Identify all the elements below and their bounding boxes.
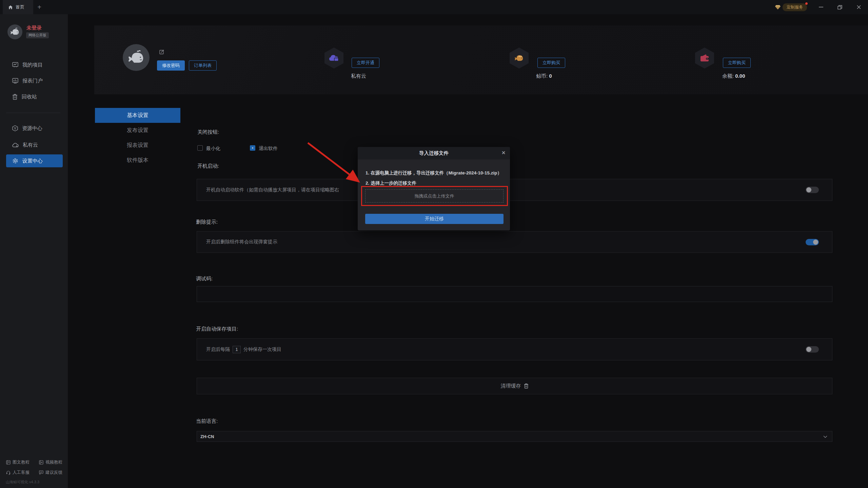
sidebar-item-private-cloud[interactable]: 私有云 bbox=[6, 138, 63, 151]
sidebar-divider bbox=[6, 113, 60, 113]
startup-row: 开机自动启动软件（如需自动播放大屏项目，请在项目缩略图右 bbox=[197, 179, 832, 201]
buy-coin-button[interactable]: 立即购买 bbox=[537, 58, 565, 68]
tab-software-version[interactable]: 软件版本 bbox=[95, 153, 180, 168]
custom-service-badge[interactable]: 定制服务 bbox=[783, 3, 807, 11]
autosave-prefix: 开启后每隔 bbox=[206, 346, 230, 353]
app-window: 首页 + 定制服务 未登录 网络公开版 我的项目 bbox=[0, 0, 868, 488]
footer-link-video[interactable]: 视频教程 bbox=[39, 459, 62, 465]
edit-profile-button[interactable] bbox=[159, 49, 164, 54]
language-select[interactable]: ZH-CN bbox=[197, 431, 832, 442]
dialog-close-button[interactable]: ✕ bbox=[501, 150, 506, 155]
autosave-toggle[interactable] bbox=[806, 346, 819, 353]
toggle-knob bbox=[813, 240, 818, 245]
footer-link-tutorial[interactable]: 图文教程 bbox=[6, 459, 29, 465]
cloud-lock-icon bbox=[329, 54, 339, 62]
tab-basic-settings[interactable]: 基本设置 bbox=[95, 108, 180, 123]
autosave-row: 开启后每隔 分钟保存一次项目 bbox=[197, 338, 832, 360]
footer-link-label: 图文教程 bbox=[13, 459, 29, 465]
sidebar-item-report-portal[interactable]: 报表门户 bbox=[6, 74, 63, 87]
autosave-label: 开启自动保存项目: bbox=[196, 326, 238, 332]
exit-software-checkbox[interactable] bbox=[250, 145, 255, 151]
recycle-bin-icon bbox=[12, 94, 18, 100]
autosave-suffix: 分钟保存一次项目 bbox=[243, 346, 281, 353]
whale-coin-title: 鲸币: 0 bbox=[536, 73, 552, 79]
footer-link-label: 视频教程 bbox=[45, 459, 62, 465]
titlebar: 首页 + 定制服务 bbox=[0, 0, 868, 14]
annotation-highlight-rect bbox=[361, 186, 508, 206]
migration-step2: 2. 选择上一步的迁移文件 bbox=[366, 180, 416, 186]
app-version: 山海鲸可视化 v4.3.3 bbox=[6, 480, 39, 485]
private-cloud-hex-icon bbox=[324, 48, 343, 69]
annotation-arrow bbox=[303, 138, 366, 188]
footer-link-feedback[interactable]: 建议反馈 bbox=[39, 470, 62, 475]
whale-icon bbox=[127, 50, 145, 65]
sidebar-item-resource-center[interactable]: 资源中心 bbox=[6, 122, 63, 135]
buy-balance-button[interactable]: 立即购买 bbox=[723, 58, 751, 68]
startup-toggle[interactable] bbox=[806, 187, 819, 193]
whale-icon bbox=[10, 27, 20, 36]
close-button[interactable] bbox=[854, 0, 864, 14]
video-tutorial-icon bbox=[39, 460, 43, 465]
gem-icon bbox=[775, 5, 781, 10]
toggle-knob bbox=[806, 347, 811, 352]
dialog-title: 导入迁移文件 bbox=[419, 150, 449, 156]
activate-now-button[interactable]: 立即开通 bbox=[352, 58, 379, 68]
language-value: ZH-CN bbox=[200, 434, 214, 439]
tab-home[interactable]: 首页 bbox=[3, 0, 33, 14]
private-cloud-title: 私有云 bbox=[351, 73, 366, 79]
minimize-button[interactable] bbox=[816, 0, 826, 14]
start-migration-button[interactable]: 开始迁移 bbox=[365, 214, 504, 224]
footer-link-label: 建议反馈 bbox=[45, 470, 62, 475]
toggle-knob bbox=[806, 187, 811, 192]
custom-service-label: 定制服务 bbox=[787, 5, 803, 10]
autosave-interval-input[interactable] bbox=[233, 346, 241, 353]
new-tab-button[interactable]: + bbox=[34, 0, 45, 14]
debug-code-label: 调试码: bbox=[196, 276, 213, 282]
minimize-option-label: 最小化 bbox=[206, 146, 220, 152]
sidebar-item-label: 回收站 bbox=[22, 94, 37, 100]
migration-step1: 1. 在源电脑上进行迁移，导出迁移文件（Migrate-2024-10-15.z… bbox=[366, 170, 502, 176]
tab-publish-settings[interactable]: 发布设置 bbox=[95, 123, 180, 138]
sidebar-item-my-projects[interactable]: 我的项目 bbox=[6, 58, 63, 71]
change-password-button[interactable]: 修改密码 bbox=[157, 60, 185, 71]
home-icon bbox=[8, 5, 13, 10]
account-banner: 修改密码 订单列表 私有云 立即开通 鲸币: 0 立即购买 余额: 0.00 立… bbox=[94, 25, 868, 94]
projects-icon bbox=[12, 62, 18, 68]
maximize-button[interactable] bbox=[835, 0, 845, 14]
balance-hex-icon bbox=[695, 48, 714, 69]
edit-icon bbox=[159, 49, 164, 54]
close-icon bbox=[857, 5, 861, 9]
whale-coin-hex-icon bbox=[510, 48, 529, 69]
resource-center-icon bbox=[12, 125, 18, 131]
startup-desc: 开机自动启动软件（如需自动播放大屏项目，请在项目缩略图右 bbox=[197, 187, 339, 193]
sidebar-item-recycle-bin[interactable]: 回收站 bbox=[6, 90, 63, 103]
maximize-icon bbox=[837, 5, 842, 10]
sidebar-item-label: 资源中心 bbox=[22, 125, 42, 132]
minimize-checkbox[interactable] bbox=[197, 145, 203, 151]
headset-icon bbox=[6, 470, 11, 475]
whale-coin-icon bbox=[514, 54, 524, 62]
notification-dot bbox=[805, 2, 808, 5]
clear-cache-button[interactable]: 清理缓存 bbox=[197, 378, 832, 394]
close-button-label: 关闭按钮: bbox=[197, 129, 219, 135]
balance-value: 0.00 bbox=[735, 73, 745, 79]
delete-tip-toggle[interactable] bbox=[806, 239, 819, 245]
user-avatar[interactable] bbox=[7, 24, 22, 39]
footer-link-support[interactable]: 人工客服 bbox=[6, 470, 29, 475]
banner-avatar[interactable] bbox=[123, 44, 150, 71]
login-status[interactable]: 未登录 bbox=[26, 25, 42, 31]
private-cloud-icon bbox=[12, 143, 19, 148]
debug-code-input[interactable] bbox=[197, 286, 832, 302]
settings-center-icon bbox=[12, 158, 18, 164]
balance-title: 余额: 0.00 bbox=[722, 73, 745, 79]
sidebar-item-label: 报表门户 bbox=[22, 78, 43, 84]
order-list-button[interactable]: 订单列表 bbox=[189, 60, 217, 71]
delete-tip-label: 删除提示: bbox=[196, 219, 218, 225]
language-label: 当前语言: bbox=[196, 418, 218, 425]
trash-icon bbox=[524, 383, 529, 389]
sidebar-item-settings-center[interactable]: 设置中心 bbox=[6, 154, 63, 167]
tab-home-label: 首页 bbox=[16, 4, 24, 10]
minimize-icon bbox=[819, 7, 823, 7]
clear-cache-label: 清理缓存 bbox=[501, 383, 521, 389]
tab-report-settings[interactable]: 报表设置 bbox=[95, 138, 180, 153]
